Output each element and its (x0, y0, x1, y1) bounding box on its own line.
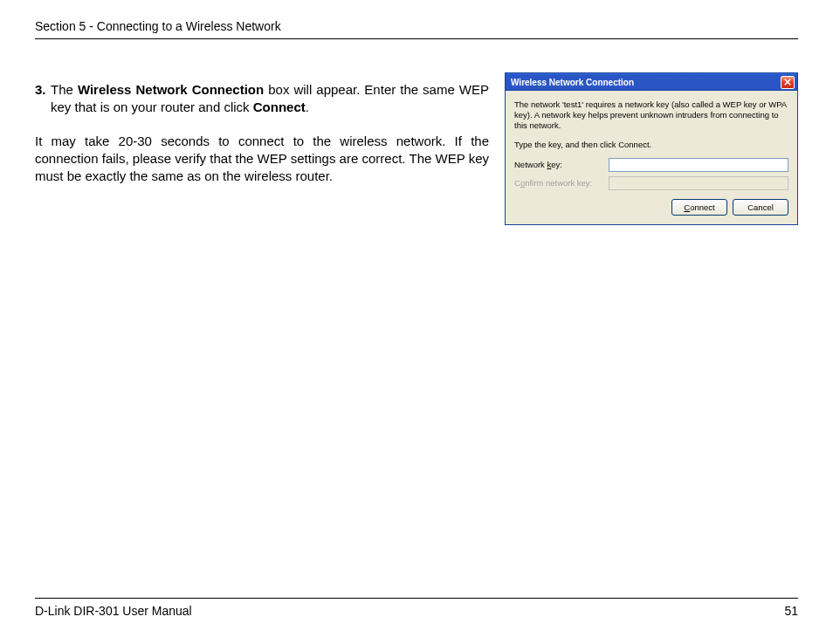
connect-button-rest: onnect (690, 202, 715, 212)
dialog-description: The network 'test1' requires a network k… (514, 99, 788, 131)
dialog-instruction: Type the key, and then click Connect. (514, 140, 788, 149)
cancel-button[interactable]: Cancel (733, 199, 788, 216)
step-text-bold-1: Wireless Network Connection (78, 82, 264, 97)
page-number: 51 (784, 604, 798, 618)
dialog-title: Wireless Network Connection (511, 78, 634, 87)
step-text-end: . (306, 99, 309, 114)
instruction-text-column: 3. The Wireless Network Connection box w… (35, 81, 489, 201)
confirm-key-row: Confirm network key: (514, 176, 788, 190)
dialog-titlebar[interactable]: Wireless Network Connection (506, 73, 797, 91)
manual-title: D-Link DIR-301 User Manual (35, 604, 192, 618)
header-divider (35, 38, 798, 39)
footer-divider (35, 598, 798, 599)
network-key-label: Network key: (514, 160, 609, 169)
content-row: 3. The Wireless Network Connection box w… (35, 81, 798, 225)
page-footer: D-Link DIR-301 User Manual 51 (35, 598, 798, 618)
step-text-bold-2: Connect (253, 99, 306, 114)
wireless-network-connection-dialog: Wireless Network Connection The network … (505, 72, 798, 225)
network-key-input[interactable] (609, 158, 788, 172)
network-key-row: Network key: (514, 158, 788, 172)
confirm-key-input (609, 176, 788, 190)
dialog-body: The network 'test1' requires a network k… (506, 91, 797, 224)
step-number: 3. (35, 81, 51, 117)
step-3-paragraph: 3. The Wireless Network Connection box w… (35, 81, 489, 117)
step-3-paragraph-2: It may take 20-30 seconds to connect to … (35, 133, 489, 186)
page-section-header: Section 5 - Connecting to a Wireless Net… (35, 19, 798, 33)
confirm-key-label: Confirm network key: (514, 178, 609, 188)
footer-row: D-Link DIR-301 User Manual 51 (35, 604, 798, 618)
close-button[interactable] (781, 76, 795, 89)
dialog-button-row: Connect Cancel (514, 199, 788, 216)
dialog-column: Wireless Network Connection The network … (505, 72, 802, 225)
connect-button[interactable]: Connect (671, 199, 727, 216)
step-body: The Wireless Network Connection box will… (51, 81, 489, 117)
close-icon (784, 79, 791, 86)
step-text-pre: The (51, 82, 78, 97)
